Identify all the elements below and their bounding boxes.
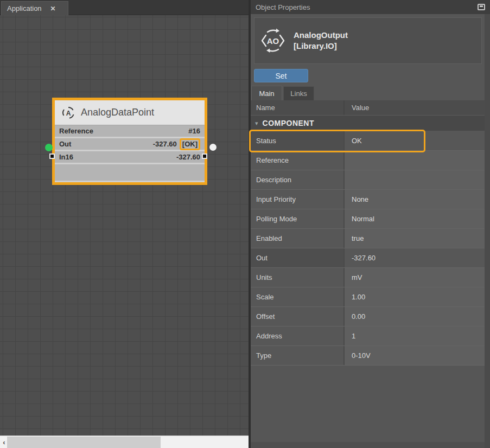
svg-text:AO: AO: [267, 36, 279, 46]
property-row[interactable]: Offset 0.00: [251, 307, 485, 327]
property-name: Out: [251, 248, 343, 267]
property-name: Address: [251, 327, 343, 345]
property-value[interactable]: [343, 170, 485, 189]
object-library: [Library.IO]: [294, 41, 348, 52]
canvas-pane: Application ✕ A AnalogDataPoint: [0, 0, 249, 448]
tab-main[interactable]: Main: [251, 86, 282, 100]
block-title: AnalogDataPoint: [81, 107, 154, 118]
block-pin-row[interactable]: Out -327.60 [OK]: [55, 138, 205, 150]
vertical-scrollbar[interactable]: [485, 14, 490, 448]
property-value[interactable]: 1.00: [343, 287, 485, 306]
block-header: A AnalogDataPoint: [55, 100, 205, 125]
property-value[interactable]: Normal: [343, 209, 485, 228]
property-row[interactable]: Units mV: [251, 268, 485, 287]
canvas-tab-bar: Application ✕: [0, 0, 249, 15]
pin-name: In16: [59, 153, 73, 161]
property-row[interactable]: Scale 1.00: [251, 287, 485, 307]
property-row[interactable]: Address 1: [251, 327, 485, 346]
block-pin-row[interactable]: In16 -327.60: [55, 151, 205, 163]
properties-tabs: Main Links: [251, 86, 314, 100]
pin-name: Reference: [59, 127, 93, 135]
property-value[interactable]: 0-10V: [343, 346, 485, 365]
object-header-card: AO AnalogOutput [Library.IO]: [254, 17, 482, 64]
property-value[interactable]: 1: [343, 327, 485, 345]
property-row[interactable]: Reference: [251, 151, 485, 170]
property-grid-header: Name Value: [251, 100, 485, 116]
horizontal-scrollbar[interactable]: ‹: [0, 436, 249, 448]
panel-title-bar: Object Properties: [251, 0, 490, 14]
property-value[interactable]: None: [343, 190, 485, 209]
input-port-icon[interactable]: [45, 144, 53, 151]
block-pin-row[interactable]: Reference #16: [55, 125, 205, 137]
dock-panel-icon[interactable]: [478, 4, 485, 10]
property-value[interactable]: true: [343, 229, 485, 248]
property-row[interactable]: Type 0-10V: [251, 346, 485, 366]
property-name: Offset: [251, 307, 343, 326]
block-empty-row: [55, 164, 205, 181]
analog-datapoint-icon: A: [61, 106, 75, 120]
object-name: AnalogOutput: [294, 30, 348, 41]
property-value[interactable]: OK: [343, 131, 485, 150]
property-rows: Status OK Reference Description: [251, 131, 485, 366]
property-row[interactable]: Input Priority None: [251, 190, 485, 209]
set-button[interactable]: Set: [254, 69, 308, 82]
tab-links[interactable]: Links: [283, 86, 314, 101]
analog-datapoint-block[interactable]: A AnalogDataPoint Reference #16: [52, 98, 207, 185]
panel-footer-strip: [251, 442, 485, 448]
property-row[interactable]: Enabled true: [251, 229, 485, 248]
panel-title: Object Properties: [256, 3, 310, 11]
property-value[interactable]: 0.00: [343, 307, 485, 326]
pin-value: -327.60: [153, 140, 177, 148]
column-header-value: Value: [343, 100, 485, 115]
pin-name: Out: [59, 140, 71, 148]
property-name: Reference: [251, 151, 343, 170]
pin-value: #16: [188, 127, 200, 135]
tab-application-label: Application: [7, 4, 42, 12]
wiresheet-canvas[interactable]: A AnalogDataPoint Reference #16: [0, 15, 249, 436]
property-row[interactable]: Status OK: [251, 131, 485, 151]
pin-value: -327.60: [176, 153, 200, 161]
block-pin-rows: Reference #16 Out -327.60 [OK]: [55, 125, 205, 163]
selection-handle-left[interactable]: [49, 153, 55, 159]
property-name: Type: [251, 346, 343, 365]
property-value[interactable]: mV: [343, 268, 485, 287]
tab-application[interactable]: Application ✕: [1, 1, 68, 15]
property-value[interactable]: [343, 151, 485, 170]
property-value[interactable]: -327.60: [343, 248, 485, 267]
property-name: Status: [251, 131, 343, 150]
property-row[interactable]: Out -327.60: [251, 248, 485, 268]
property-grid: Name Value ▾ COMPONENT Status OK Referen…: [251, 100, 485, 366]
property-name: Enabled: [251, 229, 343, 248]
horizontal-scrollbar-thumb[interactable]: [7, 437, 161, 448]
collapse-triangle-icon[interactable]: ▾: [255, 120, 258, 127]
column-header-name: Name: [251, 100, 343, 115]
output-port-icon[interactable]: [209, 144, 217, 151]
property-row[interactable]: Description: [251, 170, 485, 190]
property-name: Input Priority: [251, 190, 343, 209]
pin-status-highlight: [OK]: [180, 138, 200, 150]
group-row-component[interactable]: ▾ COMPONENT: [251, 116, 485, 131]
property-name: Units: [251, 268, 343, 287]
group-label: COMPONENT: [263, 119, 315, 127]
object-properties-panel: Object Properties AO AnalogOutput: [251, 0, 490, 448]
analog-output-icon: AO: [260, 28, 286, 54]
svg-text:A: A: [66, 109, 71, 117]
close-icon[interactable]: ✕: [50, 5, 56, 12]
property-row[interactable]: Polling Mode Normal: [251, 209, 485, 229]
selection-handle-right[interactable]: [202, 153, 207, 159]
property-name: Polling Mode: [251, 209, 343, 228]
property-name: Description: [251, 170, 343, 189]
property-name: Scale: [251, 287, 343, 306]
